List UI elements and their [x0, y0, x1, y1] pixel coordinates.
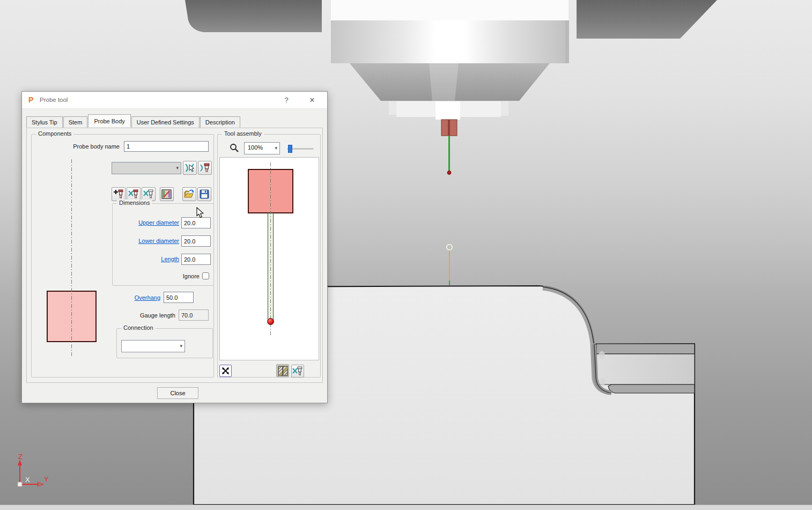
save-icon: [199, 189, 210, 199]
machine-frame-left: [185, 0, 322, 32]
tab-probe-body[interactable]: Probe Body: [88, 114, 130, 127]
overhang-link[interactable]: Overhang: [88, 294, 160, 301]
overhang-input[interactable]: [164, 292, 194, 303]
save-component-button[interactable]: [197, 187, 211, 201]
shading-icon: [161, 189, 172, 199]
upper-diameter-input[interactable]: [181, 217, 211, 228]
mouse-cursor: [196, 207, 205, 219]
chevron-down-icon: ▾: [275, 145, 277, 151]
select-component-icon: [184, 162, 195, 173]
hatch-shading-icon: [278, 366, 288, 376]
assembly-centerline: [270, 162, 271, 337]
lower-diameter-input[interactable]: [181, 235, 211, 247]
axis-label-y: Y: [44, 475, 49, 483]
close-window-button[interactable]: ✕: [304, 95, 320, 105]
open-icon: [184, 189, 195, 199]
components-group-label: Components: [36, 130, 73, 137]
component-from-tool-button[interactable]: [198, 161, 212, 175]
tool-assembly-group: Tool assembly 100% ▾: [217, 134, 321, 378]
magnifier-icon: [230, 143, 239, 153]
length-link[interactable]: Length: [115, 256, 179, 262]
component-from-tool-icon: [200, 162, 210, 173]
gauge-length-input: [179, 309, 209, 321]
assembly-zoom-value: 100%: [248, 144, 263, 151]
tool-assembly-canvas[interactable]: [219, 157, 319, 360]
component-type-combo[interactable]: ▾: [112, 162, 181, 174]
fit-view-icon: [222, 367, 230, 375]
tabstrip: Stylus TipStemProbe BodyUser Defined Set…: [26, 114, 241, 128]
upper-diameter-link[interactable]: Upper diameter: [115, 219, 179, 226]
tab-description[interactable]: Description: [200, 116, 240, 128]
workpiece-step-bottom: [608, 385, 695, 393]
remove-assembly-button[interactable]: [291, 365, 304, 378]
workpiece-step-top: [596, 344, 695, 354]
connection-group-label: Connection: [121, 324, 156, 331]
assembly-stylus-tip: [267, 318, 274, 325]
assembly-zoom-slider-handle[interactable]: [288, 145, 292, 153]
chevron-down-icon: ▾: [176, 165, 179, 171]
probe-body-tab-panel: Components Probe body name ▾: [26, 128, 323, 383]
dialog-titlebar[interactable]: P Probe tool ? ✕: [22, 92, 327, 109]
connection-group: Connection ▾: [116, 328, 213, 358]
chevron-down-icon: ▾: [180, 343, 182, 349]
workpiece-step-face: [596, 354, 695, 385]
gauge-length-label: Gauge length: [84, 312, 175, 319]
assembly-shading-button[interactable]: [276, 364, 289, 377]
component-shading-button[interactable]: [160, 187, 174, 201]
dimensions-group-label: Dimensions: [117, 199, 152, 206]
ignore-label: Ignore: [115, 273, 200, 279]
tab-stylus-tip[interactable]: Stylus Tip: [26, 116, 63, 128]
application-icon: P: [28, 95, 33, 104]
probe-tool-dialog: P Probe tool ? ✕ Stylus TipStemProbe Bod…: [21, 91, 328, 403]
lower-diameter-link[interactable]: Lower diameter: [115, 238, 179, 244]
fit-view-button[interactable]: [219, 365, 232, 377]
table-edge: [0, 505, 812, 510]
help-button[interactable]: ?: [278, 95, 294, 105]
stylus-tip-3d: [447, 171, 451, 175]
remove-component-icon: [128, 189, 139, 199]
tool-assembly-group-label: Tool assembly: [222, 130, 264, 137]
length-input[interactable]: [181, 254, 211, 265]
probe-body-name-label: Probe body name: [45, 143, 120, 150]
stylus-3d: [448, 136, 450, 172]
ignore-checkbox[interactable]: [202, 272, 209, 279]
remove-assembly-icon: [292, 366, 303, 376]
select-component-button[interactable]: [183, 161, 197, 175]
components-group: Components Probe body name ▾: [31, 134, 214, 378]
add-component-icon: [113, 189, 124, 199]
connection-combo[interactable]: ▾: [121, 340, 185, 352]
open-component-button[interactable]: [182, 187, 196, 201]
delete-component-icon: [143, 189, 154, 199]
component-centerline: [71, 159, 72, 357]
tab-stem[interactable]: Stem: [63, 116, 88, 128]
close-button[interactable]: Close: [157, 387, 198, 399]
dialog-title: Probe tool: [40, 97, 68, 103]
probe-body-name-input[interactable]: [124, 141, 209, 152]
assembly-zoom-combo[interactable]: 100% ▾: [244, 142, 280, 154]
tab-user-defined-settings[interactable]: User Defined Settings: [131, 116, 200, 128]
axis-label-x: X: [25, 476, 30, 484]
axis-label-z: Z: [18, 453, 23, 461]
